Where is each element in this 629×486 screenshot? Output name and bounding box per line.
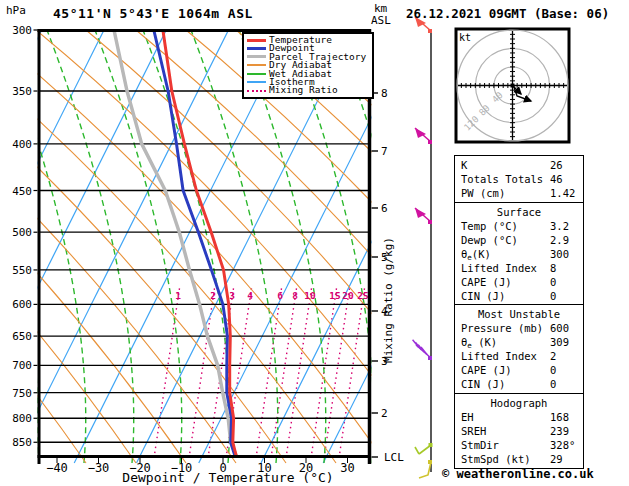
table-label: Temp (°C) (461, 220, 518, 232)
skewt-sounding-page: 1234681015202530035040045050055060065070… (0, 0, 629, 486)
table-label: θe (K) (461, 336, 497, 348)
table-label: CAPE (J) (461, 276, 512, 288)
table-row: Dewp (°C)2.9 (455, 233, 583, 247)
table-row: StmDir328° (455, 438, 583, 452)
svg-text:500: 500 (12, 226, 32, 239)
svg-text:300: 300 (12, 24, 32, 37)
table-row: PW (cm)1.42 (455, 186, 583, 200)
table-label: Lifted Index (461, 350, 537, 362)
svg-text:−30: −30 (88, 461, 110, 475)
svg-text:600: 600 (12, 298, 32, 311)
svg-text:6: 6 (277, 290, 283, 301)
table-row: Lifted Index8 (455, 261, 583, 275)
table-value: 328° (550, 438, 575, 452)
table-section: Most UnstablePressure (mb)600θe (K)309Li… (454, 304, 584, 394)
legend-item: Mixing Ratio (244, 86, 372, 94)
table-value: 29 (550, 452, 563, 466)
table-value: 239 (550, 424, 569, 438)
table-row: Temp (°C)3.2 (455, 219, 583, 233)
svg-text:8: 8 (292, 290, 298, 301)
table-row: StmSpd (kt)29 (455, 452, 583, 466)
table-row: EH168 (455, 410, 583, 424)
table-row: θe(K)300 (455, 247, 583, 261)
wind-barb-tickdown (415, 443, 433, 454)
wind-barb-staff (413, 17, 433, 478)
table-section: HodographEH168SREH239StmDir328°StmSpd (k… (454, 393, 584, 469)
svg-text:20: 20 (342, 290, 354, 301)
legend-swatch-solid (247, 39, 266, 42)
table-value: 26 (550, 158, 563, 172)
table-value: 1.42 (550, 186, 575, 200)
table-value: 2 (550, 349, 556, 363)
table-row: CIN (J)0 (455, 377, 583, 391)
wind-barb-pennant (415, 208, 432, 224)
svg-text:550: 550 (12, 264, 32, 277)
svg-text:15: 15 (329, 290, 341, 301)
table-label: Totals Totals (461, 173, 543, 185)
table-label: CIN (J) (461, 290, 505, 302)
table-label: StmDir (461, 439, 499, 451)
table-label: Dewp (°C) (461, 234, 518, 246)
svg-text:25: 25 (357, 290, 369, 301)
table-value: 46 (550, 172, 563, 186)
table-row: Totals Totals46 (455, 172, 583, 186)
table-value: 0 (550, 275, 556, 289)
wind-barb-pennant (415, 128, 432, 144)
hodograph-panel: 4080120kt (456, 29, 569, 142)
table-label: PW (cm) (461, 187, 505, 199)
svg-text:7: 7 (381, 145, 388, 158)
table-label: StmSpd (kt) (461, 453, 531, 465)
legend-swatch-thin (247, 81, 266, 83)
svg-text:1: 1 (175, 290, 181, 301)
table-value: 168 (550, 410, 569, 424)
legend-box: TemperatureDewpointParcel TrajectoryDry … (242, 32, 374, 99)
table-value: 300 (550, 247, 569, 261)
pressure-axis-labels: 300350400450500550600650700750800850 (12, 24, 37, 449)
mixing-ratio-labels: 12346810152025 (175, 290, 369, 301)
wind-barb-hook (419, 460, 432, 478)
wind-barb-hatch (413, 340, 432, 360)
table-row: CAPE (J)0 (455, 275, 583, 289)
svg-text:8: 8 (381, 87, 388, 100)
svg-text:−40: −40 (46, 461, 68, 475)
table-label: EH (461, 411, 474, 423)
temperature-axis-label: Dewpoint / Temperature (°C) (108, 470, 348, 485)
table-row: θe (K)309 (455, 335, 583, 349)
table-row: Pressure (mb)600 (455, 321, 583, 335)
table-value: 3.2 (550, 219, 569, 233)
table-value: 0 (550, 363, 556, 377)
svg-text:2: 2 (381, 407, 388, 420)
table-section: K26Totals Totals46PW (cm)1.42 (454, 155, 584, 203)
table-value: 309 (550, 335, 569, 349)
page-title: 45°11'N 5°43'E 1064m ASL (53, 6, 253, 21)
svg-text:750: 750 (12, 387, 32, 400)
table-row: CIN (J)0 (455, 289, 583, 303)
table-section-header: Surface (455, 205, 583, 219)
legend-swatch-solid (247, 55, 266, 58)
table-value: 8 (550, 261, 556, 275)
svg-text:850: 850 (12, 436, 32, 449)
lcl-label: LCL (384, 451, 404, 464)
copyright-label: © weatheronline.co.uk (442, 467, 594, 481)
svg-text:400: 400 (12, 138, 32, 151)
svg-text:4: 4 (247, 290, 253, 301)
mixing-ratio-axis-label: Mixing Ratio (g/kg) (382, 237, 395, 363)
asl-axis-unit-label: ASL (371, 14, 391, 27)
svg-text:800: 800 (12, 412, 32, 425)
svg-text:450: 450 (12, 185, 32, 198)
mixing-ratio-lines (154, 285, 365, 458)
table-label: K (461, 159, 467, 171)
legend-swatch-thin (247, 64, 266, 66)
legend-swatch-thin (247, 73, 266, 75)
table-label: CIN (J) (461, 378, 505, 390)
svg-text:2: 2 (210, 290, 216, 301)
valid-date-label: 26.12.2021 09GMT (Base: 06) (406, 6, 609, 21)
pressure-unit-label: hPa (6, 4, 26, 17)
svg-text:350: 350 (12, 85, 32, 98)
table-label: θe(K) (461, 248, 491, 260)
table-value: 0 (550, 377, 556, 391)
table-section-header: Most Unstable (455, 307, 583, 321)
table-row: K26 (455, 158, 583, 172)
legend-label: Mixing Ratio (269, 86, 338, 94)
table-value: 0 (550, 289, 556, 303)
